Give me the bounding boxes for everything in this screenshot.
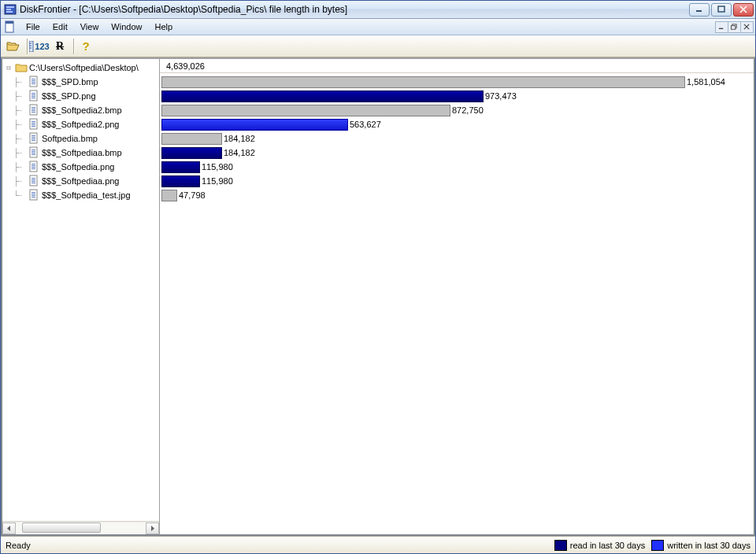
chart-pane: 4,639,026 1,581,054973,473872,750563,627… <box>160 59 754 534</box>
tree-file[interactable]: ├┈$$$_Softpediaa.png <box>4 174 158 188</box>
scroll-thumb[interactable] <box>22 523 101 533</box>
tree-branch: ├┈ <box>13 148 26 158</box>
tree-branch: ├┈ <box>13 77 26 87</box>
folder-icon <box>15 61 28 74</box>
chart-bar <box>161 76 685 88</box>
file-icon <box>28 76 40 88</box>
chart-bar-value: 1,581,054 <box>687 77 725 87</box>
chart-bar-row[interactable]: 47,798 <box>161 188 750 202</box>
svg-rect-12 <box>731 25 735 29</box>
menu-edit[interactable]: Edit <box>46 20 74 33</box>
chart-bar-row[interactable]: 973,473 <box>161 89 750 103</box>
svg-rect-57 <box>32 181 35 182</box>
open-folder-icon <box>6 40 20 53</box>
chart-bar-value: 872,750 <box>452 105 484 115</box>
titlebar[interactable]: DiskFrontier - [C:\Users\Softpedia\Deskt… <box>1 1 755 19</box>
svg-rect-39 <box>30 133 37 143</box>
maximize-button[interactable] <box>711 3 732 17</box>
tree-file[interactable]: ├┈$$$_Softpedia2.png <box>4 117 158 131</box>
svg-rect-54 <box>30 175 37 186</box>
chart-bar-value: 184,182 <box>224 148 255 157</box>
mdi-close-button[interactable] <box>740 21 754 33</box>
tree-file-label: $$$_SPD.bmp <box>42 77 98 87</box>
mdi-minimize-button[interactable] <box>715 21 728 33</box>
app-icon <box>4 3 17 16</box>
statusbar: Ready read in last 30 days written in la… <box>1 536 755 553</box>
svg-rect-3 <box>6 11 13 13</box>
menu-window[interactable]: Window <box>105 20 148 33</box>
svg-rect-46 <box>32 151 35 152</box>
scroll-left-button[interactable] <box>2 523 16 534</box>
chart-bar <box>161 133 222 145</box>
help-button[interactable]: ? <box>76 38 95 55</box>
tree-file-label: $$$_Softpedia2.bmp <box>42 105 122 115</box>
chart-bar-row[interactable]: 115,980 <box>161 174 750 188</box>
chart-bar-row[interactable]: 184,182 <box>161 146 750 160</box>
refresh-icon: R <box>56 40 64 53</box>
menu-help[interactable]: Help <box>148 20 179 33</box>
chart-bar-row[interactable]: 184,182 <box>161 131 750 146</box>
open-button[interactable] <box>4 38 23 55</box>
chart-total: 4,639,026 <box>160 59 754 73</box>
svg-rect-29 <box>30 105 37 115</box>
tree-file[interactable]: ├┈$$$_SPD.png <box>4 89 158 103</box>
tree-file[interactable]: ├┈$$$_Softpedia.png <box>4 160 158 174</box>
svg-rect-60 <box>32 192 35 193</box>
svg-rect-35 <box>32 121 35 122</box>
tree-branch: ├┈ <box>13 162 26 172</box>
menu-view[interactable]: View <box>74 20 106 33</box>
tree-file-label: Softpedia.bmp <box>42 134 98 143</box>
svg-rect-59 <box>30 190 37 200</box>
svg-rect-22 <box>32 82 35 83</box>
file-icon <box>28 189 40 201</box>
chart-bar <box>161 161 200 173</box>
file-icon <box>28 161 40 173</box>
svg-rect-41 <box>32 137 35 138</box>
chart-bar-row[interactable]: 563,627 <box>161 117 750 131</box>
scroll-track[interactable] <box>16 523 146 534</box>
tree-branch: ├┈ <box>13 176 26 187</box>
tree-branch: ├┈ <box>13 91 26 102</box>
svg-rect-45 <box>32 150 35 150</box>
svg-rect-27 <box>32 96 35 97</box>
svg-rect-62 <box>32 195 35 196</box>
scroll-right-button[interactable] <box>146 523 159 534</box>
folder-tree[interactable]: ⊟ C:\Users\Softpedia\Desktop\ ├┈$$$_SPD.… <box>2 59 159 521</box>
menu-file[interactable]: File <box>20 20 46 33</box>
svg-rect-52 <box>32 167 35 168</box>
tree-branch: ├┈ <box>13 134 26 144</box>
tree-file[interactable]: ├┈$$$_SPD.bmp <box>4 75 158 89</box>
chart-bar-row[interactable]: 872,750 <box>161 103 750 117</box>
chart-bar-row[interactable]: 115,980 <box>161 160 750 174</box>
svg-rect-58 <box>32 183 35 183</box>
minimize-button[interactable] <box>689 3 710 17</box>
file-icon <box>28 146 40 159</box>
chart-bar-row[interactable]: 1,581,054 <box>161 75 750 89</box>
tree-file-label: $$$_SPD.png <box>42 91 96 101</box>
svg-rect-9 <box>6 21 13 24</box>
close-button[interactable] <box>733 3 754 17</box>
chart-bar <box>161 175 200 187</box>
tree-file[interactable]: ├┈$$$_Softpedia2.bmp <box>4 103 158 117</box>
svg-rect-44 <box>30 147 37 157</box>
tree-file-label: $$$_Softpediaa.png <box>42 176 119 186</box>
scale-button[interactable]: 123 <box>30 38 49 55</box>
tree-root[interactable]: ⊟ C:\Users\Softpedia\Desktop\ <box>4 61 158 75</box>
tree-file[interactable]: ├┈$$$_Softpediaa.bmp <box>4 146 158 160</box>
tree-scrollbar[interactable] <box>2 521 159 534</box>
doc-icon <box>4 20 17 33</box>
svg-rect-24 <box>30 90 37 101</box>
collapse-icon[interactable]: ⊟ <box>4 64 13 72</box>
chart-bar <box>161 90 484 102</box>
refresh-button[interactable]: R <box>50 38 69 55</box>
svg-rect-15 <box>29 41 33 52</box>
svg-rect-31 <box>32 109 35 109</box>
mdi-restore-button[interactable] <box>728 21 741 33</box>
tree-file[interactable]: ├┈Softpedia.bmp <box>4 131 158 146</box>
svg-rect-48 <box>32 154 35 155</box>
tree-file[interactable]: └┈$$$_Softpedia_test.jpg <box>4 188 158 202</box>
svg-rect-20 <box>32 79 35 79</box>
svg-rect-47 <box>32 153 35 153</box>
chart-bar <box>161 190 177 201</box>
svg-rect-33 <box>32 112 35 113</box>
